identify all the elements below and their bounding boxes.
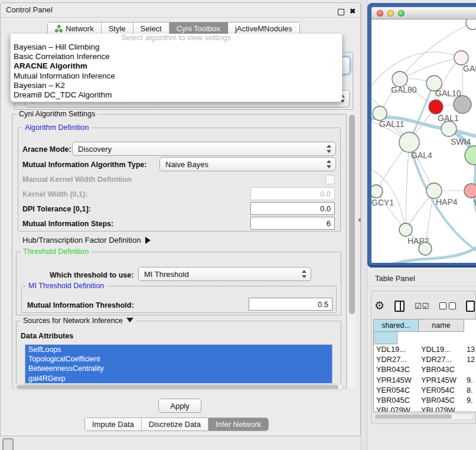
- mi-threshold-input[interactable]: 0.5: [249, 298, 332, 311]
- unchecked-pair-icon[interactable]: [439, 302, 456, 309]
- table-cell: YPR145W: [374, 375, 419, 385]
- table-cell: YPR145W: [419, 375, 464, 385]
- mi-steps-input[interactable]: 6: [250, 217, 335, 230]
- scrollbar-thumb[interactable]: [17, 385, 338, 389]
- mi-type-select[interactable]: Naive Bayes: [159, 157, 336, 171]
- settings-horizontal-scrollbar[interactable]: [14, 384, 343, 390]
- menu-item-bayesian-k2[interactable]: Bayesian – K2: [11, 81, 342, 90]
- zoom-traffic-light[interactable]: [398, 10, 405, 17]
- table-row[interactable]: YPR145WYPR145W9.: [374, 375, 476, 385]
- control-panel-titlebar: Control Panel ✖: [0, 2, 361, 18]
- menu-item-mutual-information-inference[interactable]: Mutual Information Inference: [11, 71, 342, 81]
- network-node-label: GAL: [463, 64, 476, 73]
- data-attributes-list[interactable]: SelfLoopsTopologicalCoefficientBetweenne…: [25, 344, 332, 384]
- table-row[interactable]: YBR043CYBR043C: [374, 364, 476, 374]
- tab-jactivemnodules[interactable]: jActiveMNodules: [228, 22, 299, 35]
- column-header-name[interactable]: name: [419, 319, 464, 332]
- network-node[interactable]: [465, 146, 476, 165]
- bottom-tab-infer-network[interactable]: Infer Network: [208, 418, 268, 431]
- kernel-width-input[interactable]: 0.0: [250, 187, 335, 200]
- hub-definition-disclosure[interactable]: Hub/Transcription Factor Definition: [22, 236, 151, 244]
- aracne-mode-select[interactable]: Discovery: [72, 142, 336, 156]
- network-graph: GALGAL80GAL10GAL1GAL11SWI4GAL4GCY1HAP4YH…: [371, 19, 476, 263]
- table-cell: 12: [464, 354, 476, 364]
- network-window-titlebar: [371, 7, 476, 19]
- network-node-gcy1[interactable]: [371, 185, 383, 198]
- network-node-y[interactable]: [464, 184, 476, 198]
- stepper-icon: [327, 159, 332, 169]
- bottom-tab-discretize-data[interactable]: Discretize Data: [142, 418, 208, 431]
- columns-icon[interactable]: [395, 301, 405, 312]
- tab-label: Network: [66, 24, 94, 33]
- table-cell: YDL19...: [419, 344, 464, 354]
- column-header-extra[interactable]: [374, 332, 397, 344]
- close-traffic-light[interactable]: [377, 10, 383, 17]
- menu-item-basic-correlation-inference[interactable]: Basic Correlation Inference: [11, 52, 342, 61]
- checked-pair-icon[interactable]: ☑☑: [415, 302, 429, 311]
- network-node-label: GAL4: [411, 151, 432, 160]
- network-view-canvas[interactable]: GALGAL80GAL10GAL1GAL11SWI4GAL4GCY1HAP4YH…: [371, 19, 476, 263]
- network-tab-icon: [55, 25, 63, 32]
- network-node-swi4[interactable]: [441, 121, 457, 136]
- splitter-handle[interactable]: [358, 219, 361, 221]
- float-panel-icon[interactable]: [338, 9, 344, 15]
- attribute-item-betweennesscentrality[interactable]: BetweennessCentrality: [25, 364, 332, 373]
- network-node-gal4[interactable]: [399, 132, 419, 152]
- apply-button[interactable]: Apply: [158, 399, 201, 413]
- attribute-item-topologicalcoefficient[interactable]: TopologicalCoefficient: [25, 354, 332, 364]
- menu-item-dream8-dc-tdc-algorithm[interactable]: Dream8 DC_TDC Algorithm: [11, 90, 342, 100]
- network-node[interactable]: [466, 19, 476, 30]
- network-node-label: HAP4: [436, 197, 458, 207]
- tab-label: Style: [109, 24, 126, 33]
- table-cell: YBR043C: [374, 364, 419, 374]
- bottom-tab-impute-data[interactable]: Impute Data: [85, 418, 142, 431]
- network-node-gal11[interactable]: [373, 106, 387, 120]
- gear-icon[interactable]: ⚙: [374, 300, 384, 312]
- network-node-hap2[interactable]: [399, 223, 412, 236]
- collapsed-panel-icon[interactable]: [2, 438, 14, 450]
- tab-label: Select: [141, 24, 162, 33]
- tab-label: Infer Network: [216, 420, 261, 429]
- network-node-label: GAL10: [435, 89, 461, 98]
- menu-item-bayesian-hill-climbing[interactable]: Bayesian – Hill Climbing: [11, 43, 342, 52]
- table-row[interactable]: YER054CYER054C8.: [374, 385, 476, 395]
- column-header-shared[interactable]: shared...: [374, 319, 419, 332]
- table-row[interactable]: YDL19...YDL19...13: [374, 344, 476, 354]
- table-row[interactable]: YBL079WYBL079W: [374, 405, 476, 412]
- close-icon[interactable]: ✖: [350, 7, 356, 15]
- table-panel-title: Table Panel: [375, 274, 415, 283]
- network-node-gal1[interactable]: [429, 100, 443, 114]
- table-cell: YBL079W: [419, 405, 464, 412]
- data-attributes-label: Data Attributes: [21, 332, 73, 340]
- attribute-item-gal4rgexp[interactable]: gal4RGexp: [25, 374, 332, 383]
- manual-kernel-checkbox[interactable]: [325, 175, 335, 184]
- tab-network[interactable]: Network: [48, 22, 102, 35]
- table-row[interactable]: YDR27...YDR27...12: [374, 354, 476, 364]
- menu-item-aracne-algorithm[interactable]: ARACNE Algorithm: [11, 61, 342, 71]
- table-horizontal-scrollbar[interactable]: [373, 413, 474, 420]
- sources-title-text: Sources for Network Inference: [23, 317, 123, 325]
- panel-splitter[interactable]: [361, 0, 367, 450]
- mi-type-label: Mutual Information Algorithm Type:: [22, 161, 146, 169]
- settings-vertical-scrollbar[interactable]: [348, 113, 356, 389]
- network-edge[interactable]: [406, 142, 409, 230]
- network-node[interactable]: [419, 242, 432, 255]
- tab-label: jActiveMNodules: [235, 24, 292, 33]
- which-threshold-select[interactable]: MI Threshold: [138, 267, 311, 281]
- table-cell: YER054C: [374, 385, 419, 395]
- manual-kernel-label: Manual Kernel Width Definition: [22, 175, 132, 184]
- network-node-hap4[interactable]: [426, 183, 442, 198]
- scrollbar-thumb[interactable]: [375, 415, 452, 419]
- table-cell: YBR043C: [419, 364, 464, 374]
- network-node[interactable]: [454, 96, 471, 113]
- table-row[interactable]: YBR045CYBR045C9.: [374, 395, 476, 405]
- node-table[interactable]: shared...name YDL19...YDL19...13YDR27...…: [373, 319, 476, 412]
- sources-group-title: Sources for Network Inference: [21, 317, 136, 325]
- bottom-tab-bar: Impute DataDiscretize DataInfer Network: [84, 418, 269, 431]
- file-icon[interactable]: [466, 301, 475, 312]
- dpi-tolerance-input[interactable]: 0.0: [250, 202, 335, 215]
- attribute-item-selfloops[interactable]: SelfLoops: [25, 345, 332, 354]
- scrollbar-thumb[interactable]: [349, 115, 355, 314]
- network-node-gal[interactable]: [454, 51, 468, 65]
- minimize-traffic-light[interactable]: [387, 10, 394, 17]
